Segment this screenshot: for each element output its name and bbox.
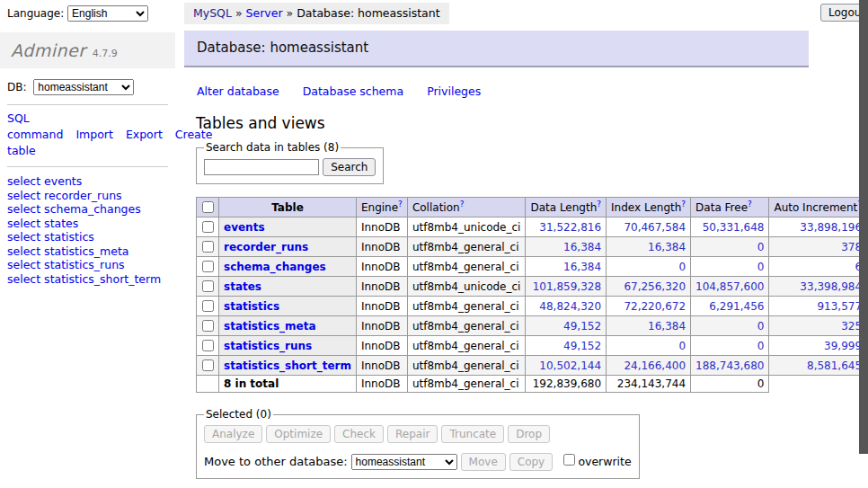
table-link-recorder_runs[interactable]: recorder_runs — [224, 241, 308, 253]
search-button[interactable]: Search — [323, 158, 376, 176]
selected-buttons-row: AnalyzeOptimizeCheckRepairTruncateDrop — [204, 425, 632, 443]
column-header-engine: Engine? — [356, 198, 407, 217]
table-row: eventsInnoDButf8mb4_unicode_ci31,522,816… — [197, 217, 868, 237]
row-checkbox-cell — [197, 257, 219, 277]
row-checkbox[interactable] — [202, 340, 214, 351]
sidebar-link-sql-command[interactable]: SQL command — [7, 111, 63, 141]
row-checkbox[interactable] — [202, 300, 214, 312]
sidebar: Language: English Adminer 4.7.9 DB: home… — [0, 0, 175, 286]
row-checkbox-cell — [197, 297, 219, 316]
sidebar-select-schema_changes[interactable]: select schema_changes — [7, 202, 168, 217]
data-free-cell: 104,857,600 — [691, 277, 769, 297]
column-help-link[interactable]: ? — [398, 200, 403, 209]
table-total-row: 8 in totalInnoDButf8mb4_general_ci192,83… — [197, 376, 868, 393]
sidebar-link-import[interactable]: Import — [75, 128, 113, 141]
app-logo: Adminer 4.7.9 — [0, 32, 175, 68]
index-length-cell: 70,467,584 — [607, 217, 691, 237]
tables-overview-table: TableEngine?Collation?Data Length?Index … — [196, 197, 868, 393]
sidebar-select-states[interactable]: select states — [7, 217, 168, 231]
collation-cell: utf8mb4_general_ci — [407, 237, 526, 257]
row-checkbox[interactable] — [202, 320, 214, 332]
total-collation-cell: utf8mb4_general_ci — [407, 376, 526, 393]
link-alter-database[interactable]: Alter database — [197, 84, 279, 98]
table-link-statistics_runs[interactable]: statistics_runs — [224, 340, 312, 352]
copy-button[interactable]: Copy — [509, 453, 553, 471]
table-link-schema_changes[interactable]: schema_changes — [224, 261, 326, 273]
column-header-auto-increment: Auto Increment? — [769, 198, 867, 217]
auto-increment-cell: 33,398,984 — [769, 277, 867, 297]
overwrite-label: overwrite — [578, 455, 631, 468]
tables-heading: Tables and views — [196, 114, 809, 132]
row-checkbox[interactable] — [202, 241, 214, 253]
engine-cell: InnoDB — [356, 297, 407, 316]
table-name-cell: statistics — [219, 297, 357, 316]
sidebar-table-list: select eventsselect recorder_runsselect … — [7, 174, 168, 286]
optimize-button[interactable]: Optimize — [266, 425, 331, 443]
search-input[interactable] — [204, 159, 319, 175]
select-all-header-cell — [197, 198, 219, 217]
engine-cell: InnoDB — [356, 336, 407, 356]
table-link-statistics_meta[interactable]: statistics_meta — [224, 320, 316, 333]
data-length-cell: 10,502,144 — [526, 356, 607, 376]
scrollbar-thumb[interactable] — [859, 0, 868, 454]
sidebar-select-recorder_runs[interactable]: select recorder_runs — [7, 189, 168, 203]
engine-cell: InnoDB — [356, 237, 407, 257]
language-label: Language: — [7, 7, 64, 20]
data-length-cell: 31,522,816 — [526, 217, 607, 237]
truncate-button[interactable]: Truncate — [441, 425, 504, 443]
table-name-cell: recorder_runs — [219, 237, 357, 257]
table-row: statistics_runsInnoDButf8mb4_general_ci4… — [197, 336, 868, 356]
table-link-events[interactable]: events — [224, 221, 265, 234]
table-name-cell: statistics_runs — [219, 336, 357, 356]
sidebar-select-statistics_runs[interactable]: select statistics_runs — [7, 258, 168, 272]
data-length-cell: 48,824,320 — [526, 297, 607, 316]
sidebar-link-export[interactable]: Export — [126, 128, 163, 141]
column-header-index-length: Index Length? — [607, 198, 691, 217]
database-action-links: Alter databaseDatabase schemaPrivileges — [197, 84, 809, 98]
repair-button[interactable]: Repair — [387, 425, 438, 443]
table-name-cell: states — [219, 277, 357, 297]
breadcrumb-mysql-link[interactable]: MySQL — [193, 6, 232, 20]
link-privileges[interactable]: Privileges — [427, 84, 481, 98]
sidebar-select-statistics_meta[interactable]: select statistics_meta — [7, 244, 168, 259]
language-select[interactable]: English — [67, 5, 148, 22]
table-link-statistics[interactable]: statistics — [224, 300, 279, 313]
engine-cell: InnoDB — [356, 356, 407, 376]
table-link-states[interactable]: states — [224, 280, 261, 293]
search-legend: Search data in tables (8) — [204, 141, 341, 154]
total-label-cell: 8 in total — [219, 376, 357, 393]
column-help-link[interactable]: ? — [681, 200, 686, 209]
select-all-checkbox[interactable] — [202, 201, 214, 213]
move-button[interactable]: Move — [461, 453, 506, 471]
engine-cell: InnoDB — [356, 217, 407, 237]
row-checkbox[interactable] — [202, 261, 214, 272]
overwrite-checkbox[interactable] — [563, 454, 575, 466]
table-row: statistics_short_termInnoDButf8mb4_gener… — [197, 356, 868, 376]
sidebar-select-events[interactable]: select events — [7, 174, 168, 189]
table-row: recorder_runsInnoDButf8mb4_general_ci16,… — [197, 237, 868, 257]
table-name-cell: schema_changes — [219, 257, 357, 277]
sidebar-select-statistics[interactable]: select statistics — [7, 230, 168, 244]
db-select[interactable]: homeassistant — [33, 79, 134, 95]
column-help-link[interactable]: ? — [460, 200, 465, 209]
move-database-select[interactable]: homeassistant — [351, 454, 457, 470]
search-fieldset: Search data in tables (8) Search — [196, 141, 384, 184]
analyze-button[interactable]: Analyze — [204, 425, 262, 443]
check-button[interactable]: Check — [334, 425, 384, 443]
app-version: 4.7.9 — [93, 48, 118, 59]
auto-increment-cell: 33,898,196 — [769, 217, 867, 237]
auto-increment-cell: 39,999 — [769, 336, 867, 356]
table-link-statistics_short_term[interactable]: statistics_short_term — [224, 359, 351, 372]
table-row: statesInnoDButf8mb4_unicode_ci101,859,32… — [197, 277, 868, 297]
column-help-link[interactable]: ? — [748, 200, 752, 209]
drop-button[interactable]: Drop — [508, 425, 550, 443]
row-checkbox[interactable] — [202, 221, 214, 233]
row-checkbox[interactable] — [202, 359, 214, 371]
link-database-schema[interactable]: Database schema — [303, 84, 403, 98]
sidebar-select-statistics_short_term[interactable]: select statistics_short_term — [7, 272, 168, 287]
column-help-link[interactable]: ? — [597, 200, 601, 209]
index-length-cell: 72,220,672 — [607, 297, 691, 316]
row-checkbox[interactable] — [202, 280, 214, 292]
breadcrumb-server-link[interactable]: Server — [246, 6, 283, 20]
vertical-scrollbar[interactable] — [859, 0, 868, 488]
